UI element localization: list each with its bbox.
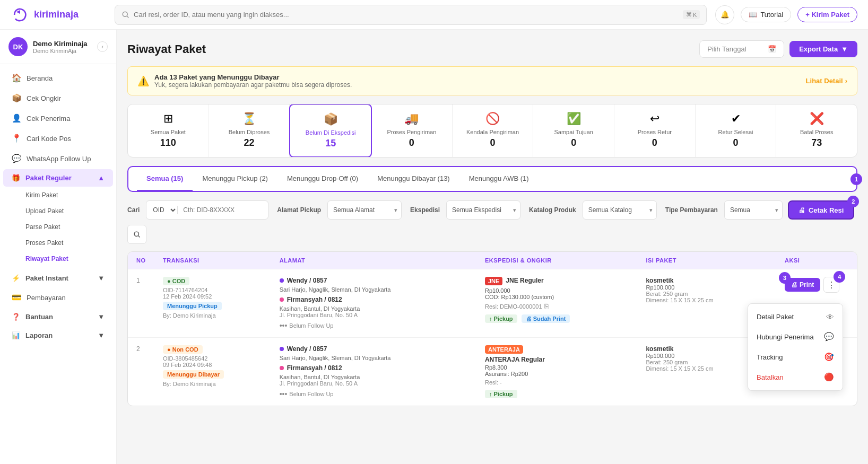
stat-value-proses-pengiriman: 0 — [409, 137, 414, 148]
stat-value-semua: 110 — [160, 137, 176, 148]
tab-menunggu-dropoff[interactable]: Menunggu Drop-Off (0) — [277, 167, 368, 191]
table-container: NO TRANSAKSI ALAMAT EKSPEDISI & ONGKIR I… — [127, 251, 857, 406]
sidebar-item-laporan[interactable]: 📊 Laporan ▼ — [3, 327, 113, 344]
dropdown-item-hubungi[interactable]: Hubungi Penerima 💬 — [748, 327, 843, 347]
tab-menunggu-dibayar[interactable]: Menunggu Dibayar (13) — [368, 167, 459, 191]
stat-card-semua[interactable]: ⊞ Semua Paket 110 — [128, 104, 209, 157]
alert-text: Ada 13 Paket yang Menunggu Dibayar Yuk, … — [154, 73, 352, 89]
table-row: 1 ● COD OID-7114764204 12 Feb 2024 09:52… — [128, 269, 857, 337]
sidebar-item-cek-ongkir-label: Cek Ongkir — [27, 94, 61, 102]
sidebar-sub-proses-paket[interactable]: Proses Paket — [3, 235, 113, 250]
kirim-paket-button[interactable]: + Kirim Paket — [797, 7, 857, 22]
alamat-select[interactable]: Semua Alamat — [327, 200, 402, 220]
sidebar-item-cek-ongkir[interactable]: 📦 Cek Ongkir — [3, 89, 113, 108]
receiver-dot-2 — [280, 366, 284, 370]
sidebar-item-pembayaran-label: Pembayaran — [27, 294, 66, 302]
oid-1: OID-7114764204 — [163, 287, 274, 293]
tipe-select[interactable]: Semua — [724, 200, 783, 220]
lihat-detail-link[interactable]: Lihat Detail › — [806, 77, 847, 85]
stat-card-sampai-tujuan[interactable]: ✅ Sampai Tujuan 0 — [533, 104, 614, 157]
tab-menunggu-pickup[interactable]: Menunggu Pickup (2) — [193, 167, 277, 191]
stat-card-belum-ekspedisi[interactable]: 📦 Belum Di Ekspedisi 15 — [289, 104, 372, 157]
sidebar-sub-upload-label: Upload Paket — [25, 207, 64, 215]
sidebar-item-whatsapp-label: WhatsApp Follow Up — [27, 155, 91, 163]
dropdown-item-detail[interactable]: Detail Paket 👁 — [748, 307, 843, 327]
katalog-label: Katalog Produk — [529, 206, 576, 214]
tab-menunggu-awb[interactable]: Menunggu AWB (1) — [459, 167, 539, 191]
truck-icon: 🚚 — [404, 112, 419, 126]
stat-card-belum-diproses[interactable]: ⏳ Belum Diproses 22 — [209, 104, 290, 157]
receiver-detail-1: Jl. Pringgodani Baru, No. 50 A — [280, 312, 480, 318]
export-data-button[interactable]: Export Data ▼ — [789, 41, 857, 57]
user-info: Demo Kiriminaja Demo KiriminAja — [33, 40, 88, 54]
search-filter-input[interactable] — [178, 206, 268, 214]
search-input[interactable] — [134, 11, 679, 19]
resi-row-1: Resi: DEMO-0000001 ⎘ — [485, 302, 640, 310]
sidebar-sub-parse-paket[interactable]: Parse Paket — [3, 220, 113, 234]
laporan-label: Laporan — [25, 331, 53, 339]
warning-icon: ⚠️ — [137, 75, 149, 87]
katalog-select[interactable]: Semua Katalog — [583, 200, 657, 220]
tab-dibayar-label: Menunggu Dibayar (13) — [377, 174, 450, 182]
stat-label-sampai-tujuan: Sampai Tujuan — [554, 129, 593, 135]
sidebar-item-bantuan[interactable]: ❓ Bantuan ▼ — [3, 308, 113, 326]
sidebar-item-cari-kode-pos[interactable]: 📍 Cari Kode Pos — [3, 129, 113, 148]
search-type-select[interactable]: OID — [146, 206, 178, 214]
check-circle-icon: ✅ — [567, 112, 581, 126]
ekspedisi-select[interactable]: Semua Ekspedisi — [446, 200, 520, 220]
receiver-addr-2: Kasihan, Bantul, DI Yogyakarta — [280, 374, 480, 380]
td-isi-1: kosmetik Rp100.000 Berat: 250 gram Dimen… — [646, 277, 779, 303]
resi-row-2: Resi: - — [485, 379, 640, 386]
date-picker-button[interactable]: Pilih Tanggal 📅 — [699, 40, 784, 58]
paket-reguler-left: 🎁 Paket Reguler — [12, 174, 72, 182]
dropdown-item-batalkan[interactable]: Batalkan 🔴 — [748, 367, 843, 387]
sidebar-item-cek-penerima[interactable]: 👤 Cek Penerima — [3, 109, 113, 128]
bantuan-left: ❓ Bantuan — [12, 313, 53, 321]
logo: kiriminaja — [11, 5, 106, 24]
sidebar-sub-kirim-paket[interactable]: Kirim Paket — [3, 188, 113, 203]
svg-line-2 — [127, 16, 129, 18]
stat-card-proses-pengiriman[interactable]: 🚚 Proses Pengiriman 0 — [371, 104, 453, 157]
cetak-resi-button[interactable]: 🖨 Cetak Resi 2 — [788, 200, 854, 220]
stat-card-proses-retur[interactable]: ↩ Proses Retur 0 — [614, 104, 696, 157]
sidebar-collapse-button[interactable]: ‹ — [97, 41, 108, 52]
sidebar-item-paket-instant[interactable]: ⚡ Paket Instant ▼ — [3, 269, 113, 287]
cari-label: Cari — [127, 206, 140, 214]
step-badge-3: 3 — [779, 272, 791, 284]
td-aksi-1: 🖨 Print 3 ⋮ 4 — [785, 277, 848, 293]
sidebar-sub-upload-paket[interactable]: Upload Paket — [3, 204, 113, 218]
sidebar-item-whatsapp-follow-up[interactable]: 💬 WhatsApp Follow Up — [3, 149, 113, 168]
filter-search-button[interactable] — [127, 225, 146, 244]
stat-card-kendala[interactable]: 🚫 Kendala Pengiriman 0 — [453, 104, 534, 157]
stat-card-batal-proses[interactable]: ❌ Batal Proses 73 — [776, 104, 857, 157]
person-icon: 👤 — [12, 113, 21, 123]
dropdown-item-tracking[interactable]: Tracking 🎯 — [748, 347, 843, 367]
th-no: NO — [136, 257, 158, 264]
th-ekspedisi: EKSPEDISI & ONGKIR — [485, 257, 640, 264]
sender-addr-1: Sari Harjo, Ngaglik, Sleman, DI Yogyakar… — [280, 286, 480, 293]
check-return-icon: ✔ — [731, 112, 741, 126]
filter-row: Cari OID Alamat Pickup Semua Alamat Eksp… — [127, 200, 857, 244]
print-button-1[interactable]: 🖨 Print 3 — [785, 278, 820, 292]
sidebar-item-cek-penerima-label: Cek Penerima — [27, 115, 70, 122]
notification-button[interactable]: 🔔 — [715, 5, 734, 24]
sidebar-sub-riwayat-paket[interactable]: Riwayat Paket — [3, 251, 113, 266]
dropdown-label-detail: Detail Paket — [757, 313, 794, 321]
ongkir-2: Rp8.300 — [485, 364, 640, 371]
paket-instant-left: ⚡ Paket Instant — [12, 274, 68, 282]
anteraja-logo-2: ANTERAJA — [485, 345, 523, 354]
tutorial-button[interactable]: 📖 Tutorial — [741, 7, 791, 22]
sidebar-item-paket-reguler[interactable]: 🎁 Paket Reguler ▲ — [3, 169, 113, 187]
step-badge-4: 4 — [834, 271, 845, 283]
copy-icon-1[interactable]: ⎘ — [544, 302, 549, 310]
alamat-filter-wrap: Semua Alamat — [327, 200, 402, 220]
tab-semua[interactable]: Semua (15) — [137, 167, 193, 191]
ongkir-1: Rp10.000 — [485, 287, 640, 294]
sidebar-item-beranda[interactable]: 🏠 Beranda — [3, 68, 113, 87]
stat-card-retur-selesai[interactable]: ✔ Retur Selesai 0 — [696, 104, 777, 157]
sidebar-item-beranda-label: Beranda — [27, 74, 53, 82]
type-badge-1: ● COD — [163, 277, 189, 285]
date-1: 12 Feb 2024 09:52 — [163, 293, 274, 300]
sidebar-item-pembayaran[interactable]: 💳 Pembayaran — [3, 288, 113, 307]
svg-point-1 — [123, 12, 127, 16]
